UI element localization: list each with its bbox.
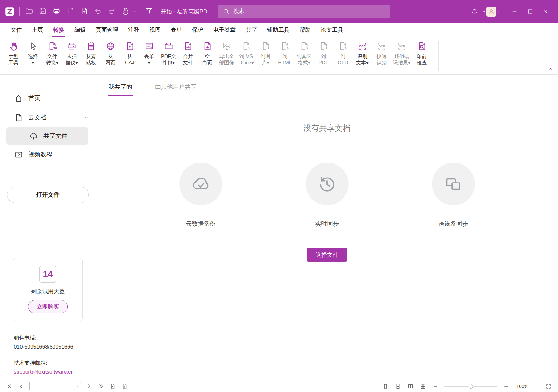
- menu-tab-view[interactable]: 视图: [144, 23, 166, 37]
- sidebar-item-shared-files[interactable]: 共享文件: [6, 127, 88, 145]
- next-page-button[interactable]: [84, 382, 94, 391]
- menu-tab-protect[interactable]: 保护: [187, 23, 208, 37]
- sidebar-item-video-tutorials[interactable]: 视频教程: [0, 145, 96, 164]
- last-page-button[interactable]: [96, 382, 106, 391]
- ribbon-button-blank-page[interactable]: 空白页: [198, 40, 217, 66]
- chevron-down-icon[interactable]: [85, 116, 89, 120]
- email-document-button[interactable]: [63, 5, 77, 18]
- ribbon-button-label: 从CAJ: [125, 53, 134, 66]
- open-file-pill-button[interactable]: 打开文件: [7, 187, 89, 203]
- ribbon-button-merge-files[interactable]: 合并文件: [178, 40, 198, 66]
- ribbon-button-label: 到OFD: [338, 53, 348, 66]
- create-document-button[interactable]: [77, 5, 91, 18]
- page-number-input[interactable]: [30, 384, 74, 389]
- zoom-in-button[interactable]: [501, 382, 511, 391]
- form-icon: [144, 40, 154, 52]
- ribbon-button-label: 从网页: [105, 53, 115, 66]
- continuous-view-button[interactable]: [393, 382, 403, 391]
- notifications-dropdown[interactable]: [481, 5, 486, 18]
- ribbon-button-from-caj[interactable]: C从CAJ: [120, 40, 139, 66]
- ribbon-button-label: 到图片▾: [260, 53, 270, 66]
- ribbon-button-recognize-text[interactable]: OCR识别文本▾: [353, 40, 372, 66]
- notifications-button[interactable]: [468, 5, 481, 18]
- menu-tab-comment[interactable]: 注释: [123, 23, 144, 37]
- ribbon-button-label: 从剪贴板: [86, 53, 96, 66]
- select-file-button[interactable]: 选择文件: [307, 248, 347, 262]
- chevron-left-icon: [18, 384, 24, 389]
- print-button[interactable]: [50, 5, 63, 18]
- ocr-icon: OCR: [377, 40, 387, 52]
- chevron-down-icon: [133, 9, 136, 14]
- collapse-ribbon-button[interactable]: [547, 65, 555, 73]
- prev-page-button[interactable]: [16, 382, 26, 391]
- doc-c-icon: C: [125, 40, 135, 52]
- ribbon-button-preflight[interactable]: 印前检查: [412, 40, 431, 66]
- menu-tab-page-manage[interactable]: 页面管理: [91, 23, 123, 37]
- sidebar-item-home[interactable]: 首页: [0, 88, 96, 108]
- tab-my-shared[interactable]: 我共享的: [108, 83, 132, 96]
- feature-label: 云数据备份: [186, 220, 216, 228]
- app-logo-icon: [4, 6, 15, 17]
- open-file-button[interactable]: [22, 5, 36, 18]
- redo-button[interactable]: [105, 5, 118, 18]
- ribbon-button-form-builder[interactable]: 表单▾: [139, 40, 159, 66]
- doc-arrow-icon: [299, 40, 309, 52]
- save-button[interactable]: [36, 5, 50, 18]
- maximize-button[interactable]: [522, 4, 538, 19]
- preflight-icon: [417, 40, 427, 52]
- close-button[interactable]: [538, 4, 554, 19]
- menu-tab-assist-tools[interactable]: 辅助工具: [262, 23, 294, 37]
- menu-tab-esign[interactable]: 电子签章: [208, 23, 241, 37]
- sidebar-item-cloud-docs[interactable]: 云文档: [0, 108, 96, 127]
- search-box[interactable]: [218, 5, 390, 18]
- menu-tab-help[interactable]: 帮助: [294, 23, 316, 37]
- fullscreen-button[interactable]: [544, 382, 554, 391]
- single-page-view-button[interactable]: [380, 382, 390, 391]
- ribbon-button-file-convert[interactable]: 文件转换▾: [43, 40, 62, 66]
- quick-tools-button[interactable]: [142, 5, 156, 18]
- user-avatar[interactable]: [486, 7, 496, 17]
- menu-tab-form[interactable]: 表单: [166, 23, 187, 37]
- hand-tool-dropdown[interactable]: [132, 5, 137, 18]
- trial-days-remaining: 14: [39, 266, 56, 283]
- account-dropdown[interactable]: [497, 5, 501, 18]
- buy-now-button[interactable]: 立即购买: [28, 300, 68, 313]
- ribbon-button-from-scanner[interactable]: 从扫描仪▾: [62, 40, 81, 66]
- ribbon-button-label: 从扫描仪▾: [65, 53, 78, 66]
- previous-view-button[interactable]: [108, 382, 118, 391]
- ribbon-button-select-tool[interactable]: 选择▾: [23, 40, 43, 66]
- ribbon-button-label: 到 MSOffice▾: [238, 53, 254, 66]
- menu-tab-share[interactable]: 共享: [241, 23, 262, 37]
- menu-tab-home[interactable]: 主页: [27, 23, 48, 37]
- ribbon-button-from-web[interactable]: 从网页: [101, 40, 120, 66]
- zoom-out-button[interactable]: [430, 382, 440, 391]
- ribbon-button-hand-tool[interactable]: 手型工具: [4, 40, 23, 66]
- menu-tab-paper-tools[interactable]: 论文工具: [316, 23, 348, 37]
- facing-view-button[interactable]: [405, 382, 415, 391]
- first-page-button[interactable]: [4, 382, 14, 391]
- video-icon: [14, 150, 23, 159]
- facing-continuous-view-button[interactable]: [418, 382, 428, 391]
- chevron-down-icon[interactable]: [74, 385, 81, 388]
- search-input[interactable]: [233, 8, 385, 15]
- hand-tool-button[interactable]: [118, 5, 132, 18]
- share-cloud-icon: [29, 132, 38, 140]
- support-email-link[interactable]: support@foxitsoftware.cn: [14, 368, 90, 376]
- ribbon-button-pdf-package[interactable]: PDF文件包▾: [159, 40, 178, 66]
- ribbon: 手型工具选择▾文件转换▾从扫描仪▾从剪贴板从网页C从CAJ表单▾PDF文件包▾合…: [0, 37, 558, 75]
- menu-tab-edit[interactable]: 编辑: [69, 23, 91, 37]
- home-icon: [14, 94, 23, 103]
- zoom-slider-knob[interactable]: [469, 384, 473, 389]
- zoom-slider[interactable]: [444, 386, 497, 387]
- feature-list: 云数据备份实时同步跨设备同步: [96, 163, 558, 228]
- undo-button[interactable]: [91, 5, 105, 18]
- menu-tab-convert[interactable]: 转换: [48, 23, 69, 37]
- ribbon-button-from-clipboard[interactable]: 从剪贴板: [81, 40, 101, 66]
- hand-icon: [9, 40, 18, 52]
- next-view-button[interactable]: [120, 382, 130, 391]
- menu-tab-file[interactable]: 文件: [6, 23, 27, 37]
- ocr-icon: OCR: [358, 40, 367, 52]
- tab-shared-by-others[interactable]: 由其他用户共享: [155, 83, 197, 96]
- minimize-button[interactable]: [507, 4, 522, 19]
- zoom-level-input[interactable]: 100%: [514, 382, 541, 390]
